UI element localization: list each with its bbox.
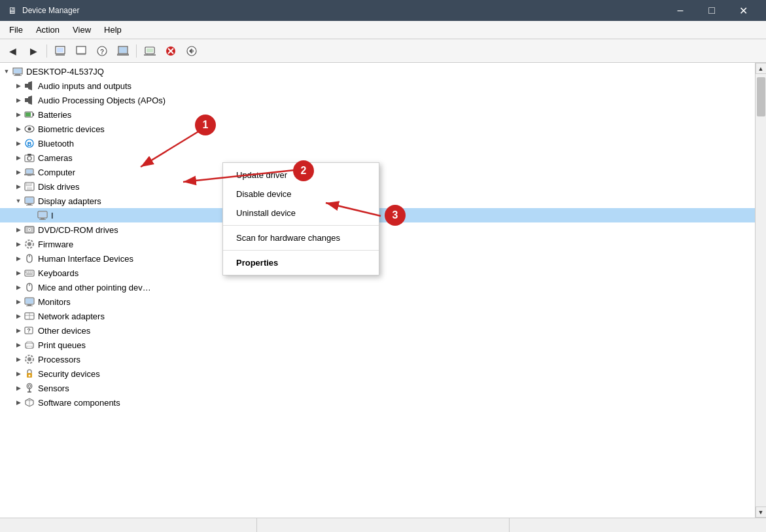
scrollbar-thumb[interactable] [757, 77, 765, 116]
menu-view[interactable]: View [66, 22, 97, 37]
svg-rect-49 [26, 205, 33, 205]
toolbar-separator-2 [136, 44, 137, 58]
properties-button[interactable] [50, 42, 70, 60]
minimize-button[interactable]: – [665, 0, 695, 21]
tree-item-audio-io[interactable]: ▶Audio inputs and outputs [0, 79, 755, 93]
tree-item-other[interactable]: ▶?Other devices [0, 323, 755, 338]
expand-icon-biometric[interactable]: ▶ [13, 124, 24, 134]
tree-item-processors[interactable]: ▶Processors [0, 352, 755, 366]
expand-icon-audio-io[interactable]: ▶ [13, 80, 24, 91]
expand-icon-display-child[interactable] [26, 210, 37, 221]
tree-item-batteries[interactable]: ▶Batteries [0, 107, 755, 122]
tree-label-other: Other devices [38, 326, 90, 336]
expand-icon-computer[interactable]: ▶ [13, 167, 24, 177]
svg-rect-27 [25, 98, 28, 102]
menu-action[interactable]: Action [29, 22, 66, 37]
expand-icon-network[interactable]: ▶ [13, 311, 24, 321]
expand-icon-audio-proc[interactable]: ▶ [13, 95, 24, 105]
scroll-up-arrow[interactable]: ▲ [756, 63, 767, 74]
main-content: ▼ DESKTOP-4L537JQ ▶Audio inputs and outp… [0, 63, 766, 518]
ctx-divider-after-scan-hardware [223, 250, 379, 251]
expand-icon-software[interactable]: ▶ [13, 397, 24, 408]
back-button[interactable]: ◀ [3, 42, 22, 60]
tree-panel[interactable]: ▼ DESKTOP-4L537JQ ▶Audio inputs and outp… [0, 63, 755, 518]
expand-icon-sensors[interactable]: ▶ [13, 383, 24, 393]
tree-label-audio-proc: Audio Processing Objects (APOs) [38, 96, 165, 105]
help-button[interactable]: ? [92, 42, 112, 60]
ctx-scan-hardware[interactable]: Scan for hardware changes [223, 228, 379, 247]
expand-icon-display-adapters[interactable]: ▼ [13, 196, 24, 206]
root-expand-icon[interactable]: ▼ [1, 66, 12, 77]
tree-label-security: Security devices [38, 369, 100, 379]
tree-label-biometric: Biometric devices [38, 124, 105, 134]
tree-label-cameras: Cameras [38, 153, 73, 163]
ctx-disable-device[interactable]: Disable device [223, 185, 379, 204]
tree-icon-audio-io [24, 80, 35, 92]
expand-icon-monitors[interactable]: ▶ [13, 296, 24, 307]
expand-icon-mice[interactable]: ▶ [13, 282, 24, 293]
close-button[interactable]: ✕ [728, 0, 758, 21]
tree-item-security[interactable]: ▶Security devices [0, 366, 755, 381]
tree-item-biometric[interactable]: ▶Biometric devices [0, 122, 755, 136]
install-legacy-button[interactable] [182, 42, 201, 60]
expand-icon-hid[interactable]: ▶ [13, 253, 24, 264]
expand-icon-disk-drives[interactable]: ▶ [13, 181, 24, 192]
tree-root[interactable]: ▼ DESKTOP-4L537JQ [0, 64, 755, 79]
title-bar-controls: – □ ✕ [665, 0, 758, 21]
ctx-uninstall-device[interactable]: Uninstall device [223, 204, 379, 222]
expand-icon-dvd[interactable]: ▶ [13, 224, 24, 235]
svg-rect-3 [77, 46, 86, 54]
ctx-update-driver[interactable]: Update driver [223, 166, 379, 185]
expand-icon-batteries[interactable]: ▶ [13, 109, 24, 120]
tree-label-display-child: I [51, 211, 54, 221]
maximize-button[interactable]: □ [697, 0, 727, 21]
svg-point-81 [27, 357, 31, 361]
properties-button-2[interactable] [71, 42, 91, 60]
expand-icon-security[interactable]: ▶ [13, 368, 24, 379]
svg-marker-26 [28, 81, 32, 90]
menu-help[interactable]: Help [97, 22, 128, 37]
update-driver-button[interactable] [113, 42, 133, 60]
status-bar [0, 518, 766, 532]
tree-icon-sensors [24, 382, 35, 394]
tree-label-hid: Human Interface Devices [38, 254, 133, 264]
forward-button[interactable]: ▶ [24, 42, 43, 60]
expand-icon-print-queues[interactable]: ▶ [13, 340, 24, 350]
svg-rect-53 [39, 219, 46, 220]
tree-item-audio-proc[interactable]: ▶Audio Processing Objects (APOs) [0, 93, 755, 107]
svg-rect-66 [26, 274, 33, 275]
tree-item-sensors[interactable]: ▶Sensors [0, 381, 755, 395]
expand-icon-bluetooth[interactable]: ▶ [13, 138, 24, 149]
expand-icon-processors[interactable]: ▶ [13, 354, 24, 364]
expand-icon-firmware[interactable]: ▶ [13, 239, 24, 249]
menu-file[interactable]: File [3, 22, 29, 37]
tree-item-mice[interactable]: ▶Mice and other pointing dev… [0, 280, 755, 294]
tree-item-network[interactable]: ▶Network adapters [0, 309, 755, 323]
tree-label-network: Network adapters [38, 311, 105, 321]
tree-item-monitors[interactable]: ▶Monitors [0, 294, 755, 309]
scrollbar-track[interactable] [756, 74, 766, 506]
tree-icon-batteries [24, 109, 35, 120]
tree-label-software: Software components [38, 398, 120, 408]
tree-icon-network [24, 310, 35, 322]
tree-icon-software [24, 397, 35, 408]
tree-item-bluetooth[interactable]: ▶BBluetooth [0, 136, 755, 151]
tree-icon-other: ? [24, 325, 35, 336]
scrollbar[interactable]: ▲ ▼ [755, 63, 766, 518]
expand-icon-keyboards[interactable]: ▶ [13, 268, 24, 278]
status-segment-2 [257, 518, 510, 532]
scroll-down-arrow[interactable]: ▼ [756, 506, 767, 518]
expand-icon-cameras[interactable]: ▶ [13, 152, 24, 163]
svg-point-84 [29, 375, 31, 377]
tree-item-print-queues[interactable]: ▶Print queues [0, 338, 755, 352]
scan-changes-button[interactable] [140, 42, 160, 60]
svg-rect-11 [147, 48, 153, 52]
toolbar: ◀ ▶ ? [0, 39, 766, 63]
remove-device-button[interactable] [161, 42, 181, 60]
ctx-properties[interactable]: Properties [223, 253, 379, 272]
expand-icon-other[interactable]: ▶ [13, 325, 24, 336]
tree-label-firmware: Firmware [38, 239, 73, 249]
tree-item-software[interactable]: ▶Software components [0, 395, 755, 410]
svg-rect-61 [25, 270, 34, 276]
tree-icon-bluetooth: B [24, 137, 35, 149]
